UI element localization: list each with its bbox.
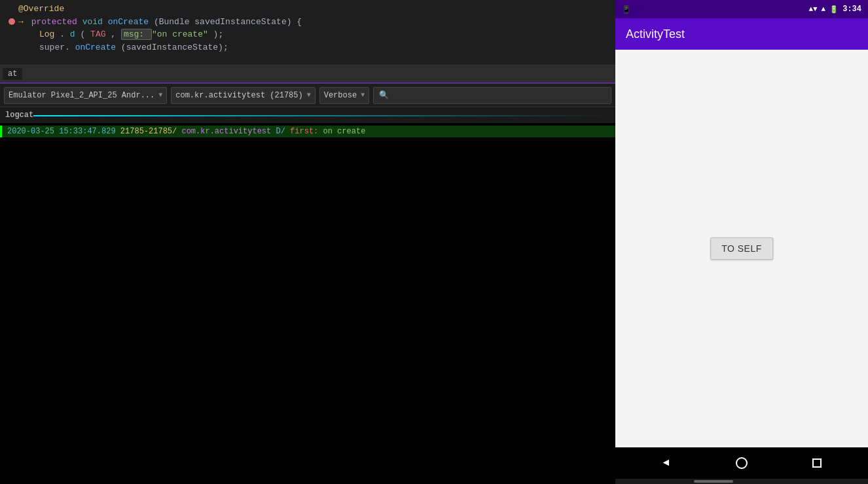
logcat-label-bar: logcat: [0, 107, 615, 123]
kw-paren2: (: [80, 29, 85, 39]
recents-icon: [812, 458, 822, 468]
kw-paren3: );: [213, 29, 224, 39]
nav-back-button[interactable]: ◄: [653, 450, 679, 476]
kw-dot1: .: [60, 29, 65, 39]
kw-super-oncreate: onCreate: [75, 43, 116, 52]
breakpoint-area-2[interactable]: [5, 18, 18, 25]
search-icon: 🔍: [379, 90, 389, 100]
to-self-button[interactable]: TO SELF: [710, 237, 773, 260]
scrollbar-area: [615, 479, 868, 484]
nav-recents-button[interactable]: [804, 450, 830, 476]
navigation-bar: ◄: [615, 447, 868, 479]
status-left: 📱: [622, 5, 631, 14]
home-icon: [736, 457, 748, 469]
logcat-label: logcat: [5, 111, 33, 120]
kw-void: void: [82, 17, 108, 27]
code-line-4: super. onCreate (savedInstanceState);: [5, 41, 610, 54]
phone-icon: 📱: [622, 5, 631, 14]
status-bar: 📱 ▲▼ ▲ 🔋 3:34: [615, 0, 868, 18]
code-editor: @Override → protected void onCreate (Bun…: [0, 0, 615, 65]
code-line-1: @Override: [5, 3, 610, 16]
wifi-icon: ▲▼: [808, 5, 817, 13]
device-selector-label: Emulator Pixel_2_API_25 Andr...: [9, 91, 154, 100]
kw-log: Log: [39, 29, 54, 39]
device-selector-arrow-icon: ▼: [158, 92, 162, 99]
kw-msg-box: msg:: [121, 29, 152, 40]
level-selector-arrow-icon: ▼: [361, 92, 365, 99]
status-right: ▲▼ ▲ 🔋 3:34: [808, 5, 861, 14]
kw-comma: ,: [111, 29, 121, 39]
logcat-search[interactable]: 🔍: [373, 87, 611, 104]
log-line-1: 2020-03-25 15:33:47.829 21785-21785/ com…: [0, 126, 615, 137]
emulator-panel: 📱 ▲▼ ▲ 🔋 3:34 ActivityTest TO SELF ◄: [615, 0, 868, 484]
kw-d: d: [70, 29, 75, 39]
code-line-3: Log . d ( TAG , msg: "on create" );: [5, 28, 610, 41]
log-tag: first:: [290, 127, 323, 136]
kw-tag: TAG: [90, 29, 105, 39]
tab-at[interactable]: at: [3, 68, 22, 80]
device-selector[interactable]: Emulator Pixel_2_API_25 Andr... ▼: [4, 87, 167, 104]
code-text-2: → protected void onCreate (Bundle savedI…: [18, 16, 610, 29]
package-selector[interactable]: com.kr.activitytest (21785) ▼: [171, 87, 315, 104]
ide-panel: @Override → protected void onCreate (Bun…: [0, 0, 615, 484]
nav-home-button[interactable]: [729, 450, 755, 476]
scrollbar-thumb[interactable]: [694, 480, 733, 483]
kw-string: "on create": [152, 29, 208, 39]
kw-paren1: (Bundle savedInstanceState) {: [154, 17, 302, 27]
kw-protected: protected: [31, 17, 82, 27]
package-selector-arrow-icon: ▼: [307, 92, 311, 99]
level-selector-label: Verbose: [324, 91, 357, 100]
log-timestamp: 2020-03-25 15:33:47.829: [7, 127, 120, 136]
battery-icon: 🔋: [829, 5, 839, 14]
code-text-1: @Override: [18, 3, 610, 16]
tab-strip: at: [0, 65, 615, 84]
package-selector-label: com.kr.activitytest (21785): [175, 91, 302, 100]
status-time: 3:34: [842, 5, 861, 14]
kw-super: super.: [39, 43, 70, 52]
log-pid: 21785-21785/: [120, 127, 177, 136]
code-text-4: super. onCreate (savedInstanceState);: [18, 41, 610, 54]
app-title: ActivityTest: [626, 27, 685, 41]
breakpoint-dot[interactable]: [9, 18, 15, 25]
level-selector[interactable]: Verbose ▼: [319, 87, 369, 104]
log-message: on create: [323, 127, 366, 136]
signal-icon: ▲: [822, 5, 826, 13]
kw-super-paren: (savedInstanceState);: [121, 43, 228, 52]
code-line-2: → protected void onCreate (Bundle savedI…: [5, 16, 610, 29]
code-text-3: Log . d ( TAG , msg: "on create" );: [18, 28, 610, 41]
annotation-override: @Override: [18, 4, 64, 14]
logcat-content: 2020-03-25 15:33:47.829 21785-21785/ com…: [0, 123, 615, 484]
logcat-toolbar: Emulator Pixel_2_API_25 Andr... ▼ com.kr…: [0, 84, 615, 107]
kw-oncreate: onCreate: [108, 17, 149, 27]
app-toolbar: ActivityTest: [615, 18, 868, 50]
back-icon: ◄: [663, 457, 670, 469]
log-package: com.kr.activitytest: [181, 127, 276, 136]
debug-arrow-icon: →: [18, 17, 24, 27]
app-content: TO SELF: [615, 50, 868, 447]
log-level: D/: [276, 127, 285, 136]
